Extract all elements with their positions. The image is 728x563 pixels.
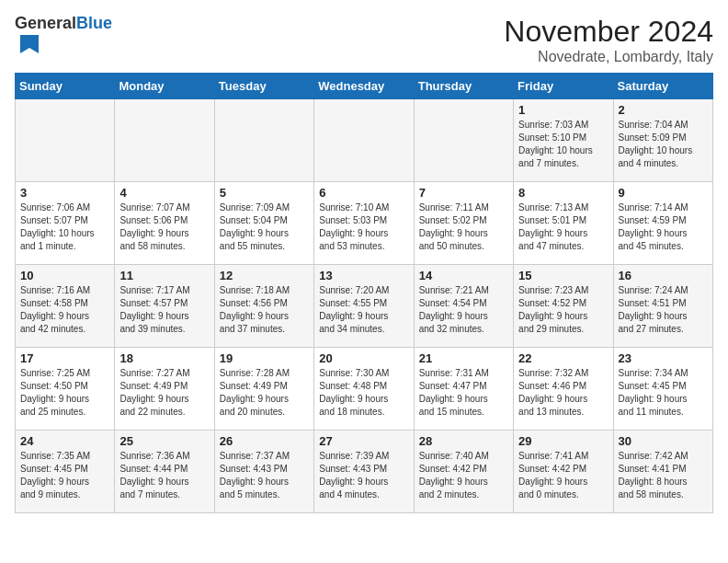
calendar-cell: 10Sunrise: 7:16 AM Sunset: 4:58 PM Dayli… [16,265,115,348]
day-number: 15 [518,269,608,282]
calendar-cell: 17Sunrise: 7:25 AM Sunset: 4:50 PM Dayli… [16,348,115,431]
day-number: 3 [20,186,109,200]
day-number: 6 [319,186,408,200]
calendar-header: SundayMondayTuesdayWednesdayThursdayFrid… [16,74,713,99]
day-number: 12 [220,269,309,282]
day-number: 25 [119,434,209,448]
calendar-cell: 29Sunrise: 7:41 AM Sunset: 4:42 PM Dayli… [514,431,613,513]
calendar-cell [314,99,414,182]
location-subtitle: Novedrate, Lombardy, Italy [504,49,713,65]
day-number: 2 [619,103,708,117]
day-number: 27 [319,434,408,448]
day-number: 1 [518,103,608,117]
calendar-cell: 21Sunrise: 7:31 AM Sunset: 4:47 PM Dayli… [414,348,513,431]
calendar-cell: 25Sunrise: 7:36 AM Sunset: 4:44 PM Dayli… [115,431,214,513]
day-info: Sunrise: 7:42 AM Sunset: 4:41 PM Dayligh… [619,450,708,501]
day-info: Sunrise: 7:21 AM Sunset: 4:54 PM Dayligh… [419,284,508,336]
day-info: Sunrise: 7:07 AM Sunset: 5:06 PM Dayligh… [119,201,209,253]
weekday-header-monday: Monday [115,74,214,99]
calendar-cell: 18Sunrise: 7:27 AM Sunset: 4:49 PM Dayli… [115,348,214,431]
calendar-week-4: 24Sunrise: 7:35 AM Sunset: 4:45 PM Dayli… [16,431,713,513]
weekday-header-thursday: Thursday [414,74,513,99]
day-info: Sunrise: 7:14 AM Sunset: 4:59 PM Dayligh… [619,201,708,253]
day-number: 9 [619,186,708,200]
day-info: Sunrise: 7:13 AM Sunset: 5:01 PM Dayligh… [518,201,608,253]
calendar-cell: 13Sunrise: 7:20 AM Sunset: 4:55 PM Dayli… [314,265,414,348]
day-number: 16 [619,269,708,282]
calendar-cell: 22Sunrise: 7:32 AM Sunset: 4:46 PM Dayli… [514,348,613,431]
calendar-cell: 15Sunrise: 7:23 AM Sunset: 4:52 PM Dayli… [514,265,613,348]
calendar-cell [414,99,513,182]
logo-blue: Blue [76,14,112,32]
logo-icon [17,33,42,59]
day-info: Sunrise: 7:34 AM Sunset: 4:45 PM Dayligh… [619,367,708,419]
day-info: Sunrise: 7:27 AM Sunset: 4:49 PM Dayligh… [119,367,209,419]
day-info: Sunrise: 7:30 AM Sunset: 4:48 PM Dayligh… [319,367,408,419]
calendar-week-1: 3Sunrise: 7:06 AM Sunset: 5:07 PM Daylig… [16,182,713,265]
day-info: Sunrise: 7:40 AM Sunset: 4:42 PM Dayligh… [419,450,508,501]
calendar-cell: 4Sunrise: 7:07 AM Sunset: 5:06 PM Daylig… [115,182,214,265]
day-info: Sunrise: 7:39 AM Sunset: 4:43 PM Dayligh… [319,450,408,501]
day-number: 23 [619,351,708,365]
day-number: 24 [20,434,109,448]
weekday-header-row: SundayMondayTuesdayWednesdayThursdayFrid… [16,74,713,99]
month-title: November 2024 [504,15,713,49]
calendar-cell: 7Sunrise: 7:11 AM Sunset: 5:02 PM Daylig… [414,182,513,265]
logo: GeneralBlue [15,15,112,63]
logo-general: General [15,14,76,32]
day-info: Sunrise: 7:03 AM Sunset: 5:10 PM Dayligh… [518,119,608,170]
day-number: 29 [518,434,608,448]
calendar-cell [16,99,115,182]
day-info: Sunrise: 7:28 AM Sunset: 4:49 PM Dayligh… [220,367,309,419]
calendar-cell [115,99,214,182]
day-info: Sunrise: 7:10 AM Sunset: 5:03 PM Dayligh… [319,201,408,253]
day-number: 22 [518,351,608,365]
day-number: 8 [518,186,608,200]
calendar-cell: 19Sunrise: 7:28 AM Sunset: 4:49 PM Dayli… [214,348,313,431]
calendar-cell: 9Sunrise: 7:14 AM Sunset: 4:59 PM Daylig… [613,182,712,265]
day-number: 7 [419,186,508,200]
calendar-cell: 11Sunrise: 7:17 AM Sunset: 4:57 PM Dayli… [115,265,214,348]
calendar-cell: 23Sunrise: 7:34 AM Sunset: 4:45 PM Dayli… [613,348,712,431]
calendar-table: SundayMondayTuesdayWednesdayThursdayFrid… [15,73,713,513]
day-number: 10 [20,269,109,282]
day-info: Sunrise: 7:06 AM Sunset: 5:07 PM Dayligh… [20,201,109,253]
day-info: Sunrise: 7:17 AM Sunset: 4:57 PM Dayligh… [119,284,209,336]
day-info: Sunrise: 7:25 AM Sunset: 4:50 PM Dayligh… [20,367,109,419]
weekday-header-wednesday: Wednesday [314,74,414,99]
day-info: Sunrise: 7:41 AM Sunset: 4:42 PM Dayligh… [518,450,608,501]
calendar-cell: 20Sunrise: 7:30 AM Sunset: 4:48 PM Dayli… [314,348,414,431]
calendar-cell: 5Sunrise: 7:09 AM Sunset: 5:04 PM Daylig… [214,182,313,265]
calendar-cell: 6Sunrise: 7:10 AM Sunset: 5:03 PM Daylig… [314,182,414,265]
weekday-header-tuesday: Tuesday [214,74,313,99]
day-number: 30 [619,434,708,448]
day-number: 26 [220,434,309,448]
day-info: Sunrise: 7:18 AM Sunset: 4:56 PM Dayligh… [220,284,309,336]
calendar-cell: 12Sunrise: 7:18 AM Sunset: 4:56 PM Dayli… [214,265,313,348]
day-info: Sunrise: 7:37 AM Sunset: 4:43 PM Dayligh… [220,450,309,501]
calendar-cell: 14Sunrise: 7:21 AM Sunset: 4:54 PM Dayli… [414,265,513,348]
calendar-cell: 28Sunrise: 7:40 AM Sunset: 4:42 PM Dayli… [414,431,513,513]
calendar-cell: 8Sunrise: 7:13 AM Sunset: 5:01 PM Daylig… [514,182,613,265]
calendar-cell: 27Sunrise: 7:39 AM Sunset: 4:43 PM Dayli… [314,431,414,513]
day-info: Sunrise: 7:32 AM Sunset: 4:46 PM Dayligh… [518,367,608,419]
weekday-header-sunday: Sunday [16,74,115,99]
calendar-cell: 16Sunrise: 7:24 AM Sunset: 4:51 PM Dayli… [613,265,712,348]
day-number: 11 [119,269,209,282]
day-info: Sunrise: 7:35 AM Sunset: 4:45 PM Dayligh… [20,450,109,501]
day-info: Sunrise: 7:24 AM Sunset: 4:51 PM Dayligh… [619,284,708,336]
day-info: Sunrise: 7:16 AM Sunset: 4:58 PM Dayligh… [20,284,109,336]
day-info: Sunrise: 7:31 AM Sunset: 4:47 PM Dayligh… [419,367,508,419]
calendar-body: 1Sunrise: 7:03 AM Sunset: 5:10 PM Daylig… [16,99,713,513]
calendar-cell: 24Sunrise: 7:35 AM Sunset: 4:45 PM Dayli… [16,431,115,513]
day-number: 28 [419,434,508,448]
calendar-cell: 30Sunrise: 7:42 AM Sunset: 4:41 PM Dayli… [613,431,712,513]
day-number: 18 [119,351,209,365]
day-number: 20 [319,351,408,365]
page-header: GeneralBlue November 2024 Novedrate, Lom… [15,15,713,65]
calendar-week-2: 10Sunrise: 7:16 AM Sunset: 4:58 PM Dayli… [16,265,713,348]
title-block: November 2024 Novedrate, Lombardy, Italy [504,15,713,65]
weekday-header-saturday: Saturday [613,74,712,99]
calendar-cell: 3Sunrise: 7:06 AM Sunset: 5:07 PM Daylig… [16,182,115,265]
svg-marker-0 [20,35,39,53]
